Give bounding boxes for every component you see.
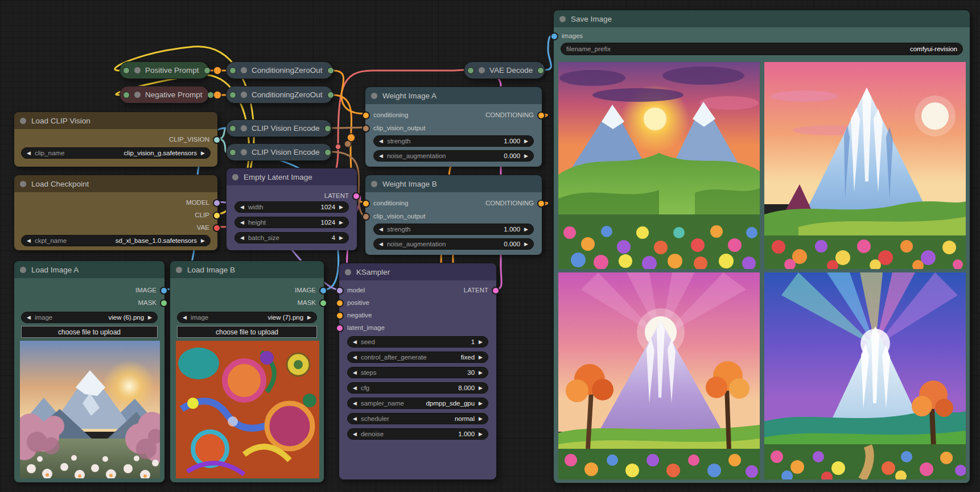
collapse-toggle-icon[interactable] xyxy=(20,118,26,124)
node-save-image[interactable]: Save Image images filename_prefix comfyu… xyxy=(553,10,970,483)
output-dot-clip-vision[interactable] xyxy=(213,136,221,144)
collapse-toggle-icon[interactable] xyxy=(559,16,566,22)
collapse-toggle-icon[interactable] xyxy=(20,267,26,273)
input-dot-negative[interactable] xyxy=(336,312,344,320)
increment-arrow-icon[interactable]: ▶ xyxy=(524,139,528,144)
widget-noise-augmentation[interactable]: ◀ noise_augmentation 0.000 ▶ xyxy=(373,238,534,250)
node-clip-vision-encode-2[interactable]: CLIP Vision Encode xyxy=(226,143,332,161)
collapsed-output-dot[interactable] xyxy=(207,92,214,98)
node-header[interactable]: Save Image xyxy=(554,10,970,27)
node-header[interactable]: Empty Latent Image xyxy=(227,168,357,185)
collapsed-output-dot[interactable] xyxy=(324,149,331,156)
node-header[interactable]: Weight Image B xyxy=(365,175,542,192)
collapse-toggle-icon[interactable] xyxy=(20,181,26,187)
increment-arrow-icon[interactable]: ▶ xyxy=(524,227,528,232)
output-dot-mask[interactable] xyxy=(319,299,327,307)
output-dot-clip[interactable] xyxy=(213,212,221,220)
increment-arrow-icon[interactable]: ▶ xyxy=(201,151,205,156)
decrement-arrow-icon[interactable]: ◀ xyxy=(353,416,357,421)
node-conditioning-zero-out-1[interactable]: ConditioningZeroOut xyxy=(226,61,333,79)
decrement-arrow-icon[interactable]: ◀ xyxy=(27,238,31,243)
widget-steps[interactable]: ◀ steps 30 ▶ xyxy=(347,367,488,378)
widget-seed[interactable]: ◀ seed 1 ▶ xyxy=(347,336,488,348)
increment-arrow-icon[interactable]: ▶ xyxy=(479,370,483,375)
collapsed-output-dot[interactable] xyxy=(204,67,211,74)
collapse-toggle-icon[interactable] xyxy=(241,125,247,131)
decrement-arrow-icon[interactable]: ◀ xyxy=(353,386,357,391)
output-dot-conditioning[interactable] xyxy=(537,111,545,119)
increment-arrow-icon[interactable]: ▶ xyxy=(479,355,483,360)
widget-strength[interactable]: ◀ strength 1.000 ▶ xyxy=(373,224,534,235)
widget-filename-prefix[interactable]: filename_prefix comfyui-revision xyxy=(561,43,963,55)
node-negative-prompt[interactable]: Negative Prompt xyxy=(120,86,209,104)
collapse-toggle-icon[interactable] xyxy=(371,181,377,187)
output-dot-conditioning[interactable] xyxy=(537,200,545,208)
collapsed-output-dot[interactable] xyxy=(327,67,334,74)
increment-arrow-icon[interactable]: ▶ xyxy=(479,432,483,437)
link-dot[interactable] xyxy=(213,91,221,99)
node-load-clip-vision[interactable]: Load CLIP Vision CLIP_VISION ◀ clip_name… xyxy=(14,111,218,167)
collapse-toggle-icon[interactable] xyxy=(241,67,247,73)
node-load-image-b[interactable]: Load Image B IMAGE MASK ◀ image view (7)… xyxy=(170,261,324,482)
widget-scheduler[interactable]: ◀ scheduler normal ▶ xyxy=(347,413,488,424)
decrement-arrow-icon[interactable]: ◀ xyxy=(353,355,357,360)
decrement-arrow-icon[interactable]: ◀ xyxy=(353,401,357,406)
choose-file-button[interactable]: choose file to upload xyxy=(21,326,158,338)
increment-arrow-icon[interactable]: ▶ xyxy=(479,401,483,406)
increment-arrow-icon[interactable]: ▶ xyxy=(524,242,528,247)
node-header[interactable]: Load CLIP Vision xyxy=(14,112,217,129)
node-load-image-a[interactable]: Load Image A IMAGE MASK ◀ image view (6)… xyxy=(14,261,165,482)
node-header[interactable]: Weight Image A xyxy=(365,87,542,104)
decrement-arrow-icon[interactable]: ◀ xyxy=(27,315,31,320)
increment-arrow-icon[interactable]: ▶ xyxy=(339,235,343,241)
output-dot-model[interactable] xyxy=(213,199,221,207)
increment-arrow-icon[interactable]: ▶ xyxy=(148,315,152,320)
node-clip-vision-encode-1[interactable]: CLIP Vision Encode xyxy=(226,119,332,137)
collapsed-output-dot[interactable] xyxy=(324,125,331,132)
node-load-checkpoint[interactable]: Load Checkpoint MODEL CLIP VAE ◀ ckpt_na… xyxy=(14,175,218,250)
collapsed-output-dot[interactable] xyxy=(537,67,544,74)
increment-arrow-icon[interactable]: ▶ xyxy=(524,154,528,159)
increment-arrow-icon[interactable]: ▶ xyxy=(479,340,483,345)
increment-arrow-icon[interactable]: ▶ xyxy=(479,386,483,391)
decrement-arrow-icon[interactable]: ◀ xyxy=(240,220,244,225)
link-dot[interactable] xyxy=(344,140,351,147)
widget-noise-augmentation[interactable]: ◀ noise_augmentation 0.000 ▶ xyxy=(373,150,534,162)
collapse-toggle-icon[interactable] xyxy=(479,67,485,73)
node-header[interactable]: Load Checkpoint xyxy=(14,175,217,192)
decrement-arrow-icon[interactable]: ◀ xyxy=(353,370,357,375)
input-dot-conditioning[interactable] xyxy=(362,200,370,208)
widget-image[interactable]: ◀ image view (6).png ▶ xyxy=(21,312,158,323)
input-dot-clip-vision-output[interactable] xyxy=(362,125,370,133)
increment-arrow-icon[interactable]: ▶ xyxy=(339,205,343,210)
collapsed-input-dot[interactable] xyxy=(123,92,130,98)
decrement-arrow-icon[interactable]: ◀ xyxy=(240,235,244,241)
input-dot-positive[interactable] xyxy=(336,299,344,307)
decrement-arrow-icon[interactable]: ◀ xyxy=(379,227,383,232)
widget-image[interactable]: ◀ image view (7).png ▶ xyxy=(177,312,317,323)
decrement-arrow-icon[interactable]: ◀ xyxy=(183,315,187,320)
collapse-toggle-icon[interactable] xyxy=(241,149,247,155)
node-weight-image-b[interactable]: Weight Image B conditioning CONDITIONING… xyxy=(365,175,542,255)
output-dot-latent[interactable] xyxy=(492,287,500,295)
node-positive-prompt[interactable]: Positive Prompt xyxy=(120,61,209,79)
node-empty-latent-image[interactable]: Empty Latent Image LATENT ◀ width 1024 ▶… xyxy=(226,168,357,250)
widget-control-after-generate[interactable]: ◀ control_after_generate fixed ▶ xyxy=(347,352,488,363)
decrement-arrow-icon[interactable]: ◀ xyxy=(353,432,357,437)
collapsed-input-dot[interactable] xyxy=(229,125,236,132)
widget-denoise[interactable]: ◀ denoise 1.000 ▶ xyxy=(347,428,488,440)
output-dot-vae[interactable] xyxy=(213,224,221,232)
collapsed-input-dot[interactable] xyxy=(467,67,474,74)
input-dot-clip-vision-output[interactable] xyxy=(362,213,370,221)
collapsed-input-dot[interactable] xyxy=(229,92,236,98)
collapse-toggle-icon[interactable] xyxy=(134,67,141,73)
collapse-toggle-icon[interactable] xyxy=(371,93,377,99)
collapse-toggle-icon[interactable] xyxy=(345,269,351,275)
widget-ckpt-name[interactable]: ◀ ckpt_name sd_xl_base_1.0.safetensors ▶ xyxy=(21,235,211,246)
widget-cfg[interactable]: ◀ cfg 8.000 ▶ xyxy=(347,382,488,394)
input-dot-latent-image[interactable] xyxy=(336,324,344,332)
output-dot-mask[interactable] xyxy=(160,299,168,307)
collapse-toggle-icon[interactable] xyxy=(232,174,238,180)
node-ksampler[interactable]: KSampler model LATENT positive negative … xyxy=(339,263,497,479)
input-dot-model[interactable] xyxy=(336,287,344,295)
